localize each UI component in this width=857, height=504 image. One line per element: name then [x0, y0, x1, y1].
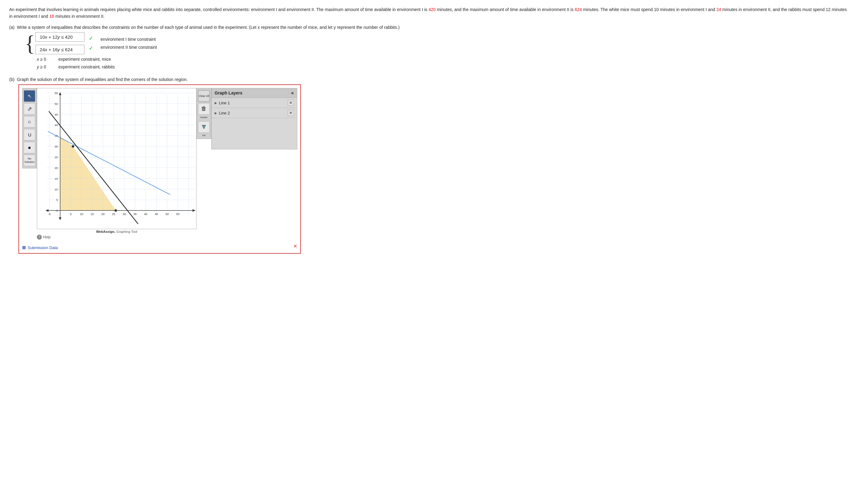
svg-text:15: 15: [90, 212, 94, 216]
collapse-button[interactable]: «: [291, 90, 294, 96]
dot-tool[interactable]: ●: [24, 142, 35, 153]
x-constraint: x ≥ 0: [37, 55, 46, 63]
y-constraint: y ≥ 0: [37, 63, 46, 71]
brace-symbol: {: [24, 32, 35, 54]
svg-text:20: 20: [101, 212, 105, 216]
svg-text:50: 50: [55, 102, 58, 106]
svg-marker-57: [202, 125, 206, 129]
delete-button[interactable]: 🗑: [198, 103, 210, 115]
svg-text:15: 15: [55, 177, 58, 180]
layer-1-label: Line 1: [219, 101, 286, 105]
no-solution-tool[interactable]: NoSolution: [24, 155, 35, 166]
layer-2-expand[interactable]: ▶: [215, 111, 217, 115]
layer-1-expand[interactable]: ▶: [215, 101, 217, 105]
check-2: ✓: [89, 45, 93, 52]
layer-row-2: ▶ Line 2 ✕: [212, 108, 297, 118]
svg-text:10: 10: [55, 188, 58, 191]
submission-data-row[interactable]: ⊞ Submission Data: [22, 245, 58, 250]
ineq-box-2: 24x + 16y ≤ 624: [35, 45, 84, 54]
layer-2-label: Line 2: [219, 111, 286, 115]
svg-text:-5: -5: [48, 212, 51, 216]
curve-tool[interactable]: ∪: [24, 129, 35, 140]
svg-text:40: 40: [55, 124, 58, 127]
arrow-tool[interactable]: ⇗: [24, 103, 35, 115]
layer-2-delete[interactable]: ✕: [288, 110, 294, 116]
svg-text:45: 45: [155, 212, 158, 216]
svg-text:40: 40: [144, 212, 148, 216]
problem-text-mid1: minutes, and the maximum amount of time …: [436, 7, 575, 12]
submission-plus-icon: ⊞: [22, 245, 26, 250]
svg-text:20: 20: [55, 166, 58, 170]
clear-all-button[interactable]: Clear All: [198, 90, 210, 102]
svg-text:30: 30: [55, 145, 58, 148]
corner-intersection: [72, 145, 74, 147]
graph-container: -5 5 10 15 20 25 30 35 40 45 50 55: [37, 88, 197, 240]
layer-row-1: ▶ Line 1 ✕: [212, 98, 297, 108]
delete-label: Delete: [200, 116, 207, 119]
fill-button[interactable]: [198, 121, 210, 133]
svg-text:45: 45: [55, 113, 58, 116]
ineq-box-1: 10x + 12y ≤ 420: [35, 32, 84, 42]
mice-env2-time: 24: [716, 7, 721, 12]
circle-tool[interactable]: ○: [24, 116, 35, 127]
svg-text:30: 30: [122, 212, 126, 216]
submission-data-label: Submission Data: [28, 245, 58, 250]
part-b-label: (b) Graph the solution of the system of …: [9, 77, 848, 82]
part-a-label: (a) Write a system of inequalities that …: [9, 25, 848, 30]
svg-text:5: 5: [56, 198, 58, 202]
svg-text:55: 55: [55, 91, 58, 95]
cursor-tool[interactable]: ↖: [24, 90, 35, 102]
help-icon: ?: [37, 235, 42, 240]
svg-text:-5: -5: [55, 209, 58, 212]
problem-text: An experiment that involves learning in …: [9, 6, 848, 20]
constraint-label-2: environment II time constraint: [101, 45, 157, 50]
env2-time: 624: [575, 7, 582, 12]
svg-text:35: 35: [133, 212, 137, 216]
graph-layers-title: Graph Layers: [215, 90, 242, 95]
problem-text-mid2: minutes. The white mice must spend 10 mi…: [582, 7, 716, 12]
y-constraint-label: experiment constraint, rabbits: [58, 63, 115, 71]
x-constraint-label: experiment constraint, mice: [58, 55, 115, 63]
graph-area[interactable]: -5 5 10 15 20 25 30 35 40 45 50 55: [37, 88, 197, 229]
footer-text: WebAssign. Graphing Tool: [96, 230, 137, 233]
rabbit-env2-time: 16: [49, 14, 54, 19]
layer-1-delete[interactable]: ✕: [288, 100, 294, 106]
svg-text:10: 10: [80, 212, 84, 216]
xy-constraints: x ≥ 0 y ≥ 0 experiment constraint, mice …: [37, 55, 848, 71]
graph-layers-panel: Graph Layers « ▶ Line 1 ✕ ▶ Line 2 ✕: [211, 88, 297, 150]
corner-x-axis: [115, 209, 117, 212]
svg-text:55: 55: [176, 212, 180, 216]
check-1: ✓: [89, 35, 93, 42]
constraint-label-1: environment I time constraint: [101, 37, 157, 42]
env1-time: 420: [428, 7, 435, 12]
right-panel: Clear All 🗑 Delete Fill: [197, 88, 211, 139]
problem-text-before: An experiment that involves learning in …: [9, 7, 428, 12]
svg-text:5: 5: [70, 212, 72, 216]
svg-text:50: 50: [166, 212, 169, 216]
fill-label: Fill: [202, 134, 205, 137]
problem-text-end: minutes in environment II.: [54, 14, 104, 19]
graph-section: ↖ ⇗ ○ ∪ ● NoSolution: [18, 84, 301, 254]
help-link[interactable]: Help: [43, 235, 51, 239]
svg-text:25: 25: [55, 156, 58, 159]
close-button[interactable]: ✕: [293, 243, 297, 249]
svg-text:25: 25: [112, 212, 116, 216]
toolbar: ↖ ⇗ ○ ∪ ● NoSolution: [22, 88, 37, 169]
